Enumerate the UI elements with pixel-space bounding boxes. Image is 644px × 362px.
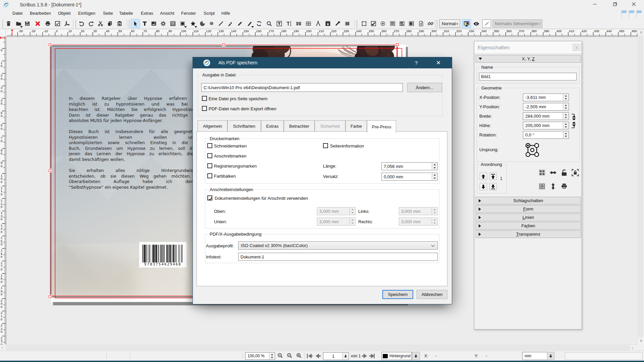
redo-button[interactable] bbox=[87, 19, 96, 28]
ypos-spinbox[interactable]: -2,505 mm bbox=[523, 103, 569, 111]
selection-handle-top-left[interactable] bbox=[49, 43, 51, 46]
quality-mode-combo[interactable]: Normal ∨ bbox=[439, 19, 460, 28]
spin-up-button[interactable] bbox=[563, 132, 568, 135]
open-after-export-checkbox[interactable] bbox=[202, 106, 207, 111]
spin-up-button[interactable] bbox=[563, 94, 568, 98]
previous-page-button[interactable] bbox=[315, 353, 321, 360]
last-page-button[interactable] bbox=[368, 353, 375, 360]
vertical-scrollbar-thumb[interactable] bbox=[639, 35, 643, 337]
insert-shape-button[interactable] bbox=[178, 19, 187, 28]
next-page-button[interactable] bbox=[362, 353, 367, 360]
unit-dropdown-button[interactable] bbox=[547, 352, 554, 360]
preview-mode-toggle[interactable] bbox=[472, 19, 481, 28]
lock-size-button[interactable] bbox=[572, 169, 579, 178]
origin-bottom-left[interactable] bbox=[526, 153, 530, 157]
maximize-button[interactable] bbox=[607, 0, 623, 9]
minimize-button[interactable] bbox=[587, 0, 602, 9]
menu-einfuegen[interactable]: Einfügen bbox=[78, 11, 95, 17]
spin-up-button[interactable] bbox=[432, 163, 437, 166]
close-button[interactable] bbox=[626, 0, 641, 9]
scroll-left-icon[interactable]: ‹ bbox=[2, 346, 3, 350]
spin-down-button[interactable] bbox=[563, 126, 568, 129]
insert-bezier-button[interactable] bbox=[226, 19, 235, 28]
layer-dropdown-button[interactable] bbox=[412, 352, 420, 360]
tab-allgemein[interactable]: Allgemein bbox=[198, 120, 227, 131]
offset-spinbox[interactable]: 0,000 mm bbox=[381, 173, 438, 181]
bring-to-front-button[interactable] bbox=[489, 173, 497, 180]
pdf-text-field-tool[interactable] bbox=[388, 19, 397, 28]
copy-item-properties-button[interactable] bbox=[323, 19, 332, 28]
cut-button[interactable] bbox=[96, 19, 105, 28]
zoom-in-button[interactable] bbox=[296, 353, 302, 360]
selection-handle-top-right[interactable] bbox=[396, 43, 399, 46]
save-button[interactable]: Speichern bbox=[382, 290, 413, 299]
toolbar-handle[interactable] bbox=[436, 20, 438, 28]
eye-dropper-button[interactable] bbox=[333, 19, 342, 28]
flip-horizontal-button[interactable] bbox=[549, 169, 557, 178]
tab-pre-press[interactable]: Pre-Press bbox=[367, 120, 396, 133]
color-management-toggle[interactable] bbox=[462, 19, 471, 28]
menu-extras[interactable]: Extras bbox=[141, 11, 153, 17]
length-spinbox[interactable]: 7,056 mm bbox=[381, 162, 438, 170]
preflight-verifier-button[interactable] bbox=[53, 19, 62, 28]
insert-calligraphic-line-button[interactable] bbox=[245, 19, 254, 28]
section-schlagschatten[interactable]: Schlagschatten bbox=[476, 197, 581, 204]
section-form[interactable]: Form bbox=[476, 205, 581, 213]
spin-up-button[interactable] bbox=[563, 113, 568, 116]
section-xyz-header[interactable]: X, Y, Z bbox=[476, 55, 581, 63]
pdf-annotation-tool[interactable] bbox=[417, 19, 426, 28]
origin-center[interactable] bbox=[531, 148, 534, 152]
spin-up-icon[interactable] bbox=[271, 354, 273, 355]
vertical-scrollbar[interactable]: ∧ ∨ bbox=[637, 29, 644, 345]
select-item-button[interactable] bbox=[131, 19, 140, 28]
properties-close-button[interactable]: x bbox=[572, 44, 581, 51]
ungroup-items-button[interactable] bbox=[538, 183, 546, 191]
item-name-field[interactable]: Bild1 bbox=[479, 73, 577, 80]
menu-datei[interactable]: Datei bbox=[12, 11, 22, 17]
toggle-printing-button[interactable] bbox=[560, 183, 568, 191]
spin-down-button[interactable] bbox=[432, 177, 437, 180]
horizontal-ruler[interactable]: -30-20-100102030405060708090100110120130… bbox=[6, 29, 637, 37]
spin-up-button[interactable] bbox=[563, 104, 568, 107]
xpos-spinbox[interactable]: -3,611 mm bbox=[523, 94, 569, 101]
output-path-field[interactable]: C:\Users\Win10 Pro x64\Desktop\Dokument-… bbox=[201, 83, 403, 92]
insert-line-button[interactable] bbox=[216, 19, 225, 28]
insert-polygon-button[interactable] bbox=[189, 19, 198, 28]
pdf-link-tool[interactable] bbox=[426, 19, 435, 28]
horizontal-scrollbar-thumb[interactable] bbox=[6, 346, 630, 350]
zoom-button[interactable] bbox=[265, 19, 274, 28]
one-file-per-page-checkbox[interactable] bbox=[202, 96, 207, 101]
raise-item-button[interactable] bbox=[480, 173, 487, 180]
properties-header[interactable]: Eigenschaften x bbox=[474, 41, 582, 54]
link-width-height-icon[interactable] bbox=[570, 114, 576, 128]
page-information-checkbox[interactable] bbox=[323, 143, 328, 148]
dialog-help-button[interactable]: ? bbox=[410, 57, 423, 68]
flip-vertical-button[interactable] bbox=[549, 183, 557, 191]
tab-schriftarten[interactable]: Schriftarten bbox=[227, 120, 261, 131]
spin-up-button[interactable] bbox=[432, 173, 437, 177]
insert-image-frame-button[interactable] bbox=[149, 19, 158, 28]
section-transparenz[interactable]: Transparenz bbox=[476, 230, 581, 238]
zoom-level-spinbox[interactable]: 100,00 % bbox=[245, 352, 275, 360]
rotate-item-button[interactable] bbox=[255, 19, 264, 28]
scroll-up-icon[interactable]: ∧ bbox=[640, 30, 643, 35]
dialog-titlebar[interactable]: Als PDF speichern ? ✕ bbox=[193, 57, 452, 68]
width-spinbox[interactable]: 284,000 mm bbox=[523, 112, 569, 120]
crop-marks-checkbox[interactable] bbox=[207, 143, 212, 148]
selection-handle-top-center[interactable] bbox=[222, 43, 225, 46]
menu-script[interactable]: Script bbox=[204, 11, 215, 17]
use-document-bleeds-checkbox[interactable] bbox=[207, 195, 212, 200]
pdf-push-button-tool[interactable] bbox=[360, 19, 369, 28]
origin-top-right[interactable] bbox=[535, 143, 539, 147]
print-button[interactable] bbox=[43, 19, 52, 28]
selection-handle-bottom-left[interactable] bbox=[49, 295, 51, 298]
tab-betrachter[interactable]: Betrachter bbox=[284, 120, 315, 131]
send-to-back-button[interactable] bbox=[489, 183, 497, 190]
section-linien[interactable]: Linien bbox=[476, 214, 581, 221]
menu-bearbeiten[interactable]: Bearbeiten bbox=[30, 11, 51, 17]
scroll-down-icon[interactable]: ∨ bbox=[640, 338, 643, 343]
menu-tabelle[interactable]: Tabelle bbox=[119, 11, 133, 17]
close-document-button[interactable] bbox=[33, 19, 42, 28]
insert-barcode-button[interactable] bbox=[343, 19, 352, 28]
cancel-button[interactable]: Abbrechen bbox=[417, 290, 447, 299]
